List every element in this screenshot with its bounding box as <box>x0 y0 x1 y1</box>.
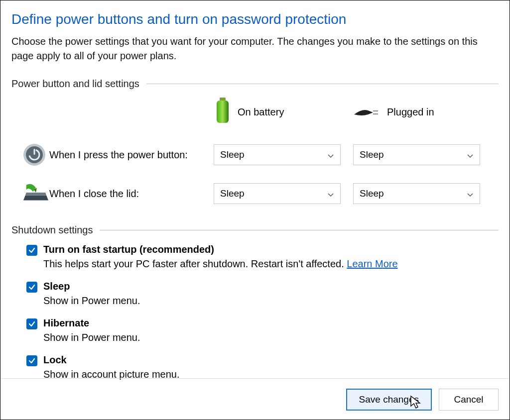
select-value: Sleep <box>220 188 245 199</box>
shutdown-settings-list: Turn on fast startup (recommended) This … <box>11 244 499 391</box>
select-close-lid-plugged[interactable]: Sleep <box>353 183 480 204</box>
select-power-button-plugged[interactable]: Sleep <box>353 144 480 165</box>
option-title: Turn on fast startup (recommended) <box>43 244 398 255</box>
power-lid-grid: On battery Plugged in When I press the p… <box>11 98 499 205</box>
checkbox-lock[interactable] <box>26 355 37 366</box>
select-value: Sleep <box>360 188 384 199</box>
close-lid-icon <box>11 183 49 205</box>
divider <box>146 84 499 84</box>
checkbox-fast-startup[interactable] <box>26 245 37 256</box>
column-header-battery: On battery <box>214 98 353 127</box>
column-label-plugged: Plugged in <box>387 106 434 118</box>
divider <box>100 230 499 230</box>
section-label-shutdown: Shutdown settings <box>11 224 93 236</box>
svg-rect-0 <box>220 98 226 101</box>
divider <box>0 378 510 379</box>
option-hibernate: Hibernate Show in Power menu. <box>26 317 499 343</box>
option-desc: Show in Power menu. <box>43 332 140 343</box>
select-value: Sleep <box>360 149 384 160</box>
learn-more-link[interactable]: Learn More <box>347 258 397 269</box>
section-label-power-lid: Power button and lid settings <box>11 78 139 90</box>
option-fast-startup: Turn on fast startup (recommended) This … <box>26 244 499 270</box>
cancel-button[interactable]: Cancel <box>439 389 499 411</box>
save-changes-button[interactable]: Save changes <box>346 389 432 411</box>
svg-rect-1 <box>217 101 229 123</box>
checkbox-hibernate[interactable] <box>26 318 37 329</box>
option-title: Lock <box>43 354 180 366</box>
chevron-down-icon <box>327 190 334 197</box>
page-subtitle: Choose the power settings that you want … <box>11 34 499 63</box>
button-bar: Save changes Cancel <box>346 389 499 411</box>
svg-rect-2 <box>373 110 378 111</box>
column-header-plugged: Plugged in <box>353 104 493 121</box>
option-lock: Lock Show in account picture menu. <box>26 354 499 380</box>
option-title: Sleep <box>43 281 140 292</box>
select-value: Sleep <box>220 149 245 160</box>
row-label-power-button: When I press the power button: <box>49 149 214 161</box>
power-button-icon <box>11 143 49 167</box>
select-power-button-battery[interactable]: Sleep <box>214 144 341 165</box>
row-label-close-lid: When I close the lid: <box>49 188 214 200</box>
power-options-panel: Define power buttons and turn on passwor… <box>0 0 510 420</box>
plug-icon <box>353 104 381 121</box>
chevron-down-icon <box>327 151 334 158</box>
chevron-down-icon <box>467 190 474 197</box>
section-header-shutdown: Shutdown settings <box>11 224 499 236</box>
column-label-battery: On battery <box>238 106 284 118</box>
battery-icon <box>214 98 232 127</box>
svg-rect-7 <box>34 149 35 155</box>
option-desc: Show in Power menu. <box>43 295 140 307</box>
section-header-power-lid: Power button and lid settings <box>11 78 499 90</box>
page-title: Define power buttons and turn on passwor… <box>11 11 499 27</box>
checkbox-sleep[interactable] <box>26 282 37 293</box>
svg-rect-3 <box>373 113 378 114</box>
select-close-lid-battery[interactable]: Sleep <box>214 183 341 204</box>
chevron-down-icon <box>467 151 474 158</box>
option-sleep: Sleep Show in Power menu. <box>26 281 499 307</box>
option-desc: This helps start your PC faster after sh… <box>43 258 398 270</box>
option-title: Hibernate <box>43 317 140 329</box>
